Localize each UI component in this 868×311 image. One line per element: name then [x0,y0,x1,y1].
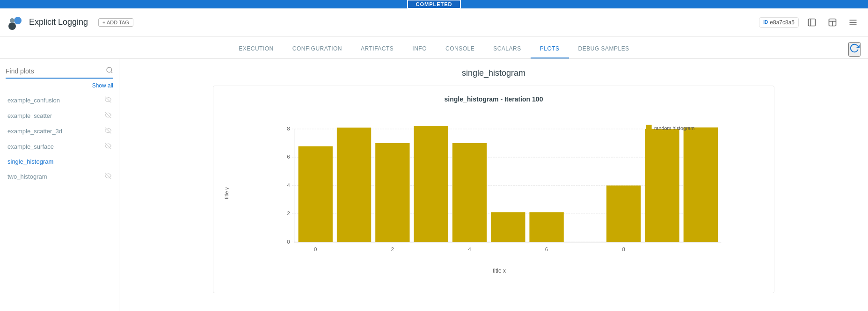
svg-text:2: 2 [287,210,290,216]
svg-point-1 [14,17,22,24]
histogram-chart: 0 2 4 6 8 [232,112,766,271]
chart-container: single_histogram - Iteration 100 title y [213,86,774,293]
eye-off-icon [105,127,111,135]
tab-console[interactable]: CONSOLE [436,40,484,58]
svg-text:8: 8 [622,246,625,252]
bar-4 [452,143,487,242]
sidebar-item-label: example_confusion [7,97,60,104]
search-input[interactable] [6,67,106,75]
layout-icon-button[interactable] [825,15,840,30]
svg-text:0: 0 [287,239,290,245]
y-axis-label: title y [224,187,229,199]
eye-off-icon [105,143,111,151]
sidebar: Show all example_confusion example_scatt… [0,59,119,311]
svg-line-12 [111,72,112,73]
svg-point-2 [10,18,15,23]
svg-point-0 [8,22,16,30]
sidebar-item-single-histogram[interactable]: single_histogram [0,154,119,169]
sidebar-item-two-histogram[interactable]: two_histogram [0,169,119,184]
eye-off-icon [105,112,111,120]
tab-artifacts[interactable]: ARTIFACTS [351,40,403,58]
bar-0 [299,146,333,242]
header: Explicit Logging + ADD TAG ID e8a7c8a5 [0,8,868,36]
sidebar-item-example-surface[interactable]: example_surface [0,139,119,154]
show-all-button[interactable]: Show all [92,82,113,89]
tab-scalars[interactable]: SCALARS [484,40,531,58]
add-tag-button[interactable]: + ADD TAG [98,18,133,27]
details-icon-button[interactable] [804,15,819,30]
top-status-bar: COMPLETED [0,0,868,8]
eye-off-icon [105,173,111,181]
bar-2 [375,143,409,242]
sidebar-item-label: example_scatter [7,112,52,119]
sidebar-item-label: single_histogram [7,158,53,165]
menu-icon-button[interactable] [846,15,861,30]
legend-color-box [646,125,652,131]
show-all-row: Show all [0,82,119,93]
svg-text:4: 4 [468,246,471,252]
tab-configuration[interactable]: CONFIGURATION [283,40,351,58]
svg-text:6: 6 [287,153,290,159]
sidebar-item-label: example_surface [7,143,54,150]
x-axis-label: title x [232,268,766,274]
bar-6 [529,212,563,242]
bar-8 [606,186,641,242]
bar-9 [645,129,679,242]
chart-subtitle: single_histogram - Iteration 100 [221,95,766,103]
status-badge: COMPLETED [407,0,460,9]
search-icon[interactable] [106,66,113,76]
tab-info[interactable]: INFO [403,40,436,58]
bar-10 [684,127,718,242]
svg-text:6: 6 [545,246,548,252]
chart-title: single_histogram [131,68,857,78]
id-badge: ID e8a7c8a5 [759,17,799,28]
id-label: ID [763,20,768,25]
legend-label: random histogram [654,125,694,131]
app-title: Explicit Logging [29,17,88,27]
chart-subtitle-prefix: single_histogram - Iteration [445,95,532,103]
svg-text:2: 2 [391,246,394,252]
bar-3 [414,126,448,242]
bar-1 [337,128,371,242]
sidebar-item-label: two_histogram [7,173,47,180]
svg-text:8: 8 [287,125,290,131]
nav-tabs: EXECUTION CONFIGURATION ARTIFACTS INFO C… [0,36,868,59]
svg-point-11 [107,67,112,72]
tab-debug-samples[interactable]: DEBUG SAMPLES [569,40,639,58]
app-logo-icon [7,14,24,31]
svg-text:0: 0 [314,246,317,252]
refresh-button[interactable] [848,42,861,57]
tab-plots[interactable]: PLOTS [531,40,569,58]
svg-rect-3 [809,19,816,26]
chart-subtitle-iteration: 100 [532,95,543,103]
main-layout: Show all example_confusion example_scatt… [0,59,868,311]
app-logo: Explicit Logging + ADD TAG [7,14,133,31]
sidebar-item-example-confusion[interactable]: example_confusion [0,93,119,108]
sidebar-item-label: example_scatter_3d [7,128,62,135]
search-box [6,66,113,79]
id-value: e8a7c8a5 [770,19,795,26]
svg-text:4: 4 [287,182,290,188]
sidebar-item-example-scatter[interactable]: example_scatter [0,108,119,123]
bar-5 [491,212,525,242]
tab-execution[interactable]: EXECUTION [229,40,283,58]
eye-off-icon [105,96,111,104]
content-area: single_histogram single_histogram - Iter… [119,59,868,311]
header-right: ID e8a7c8a5 [759,15,861,30]
sidebar-item-example-scatter-3d[interactable]: example_scatter_3d [0,123,119,139]
